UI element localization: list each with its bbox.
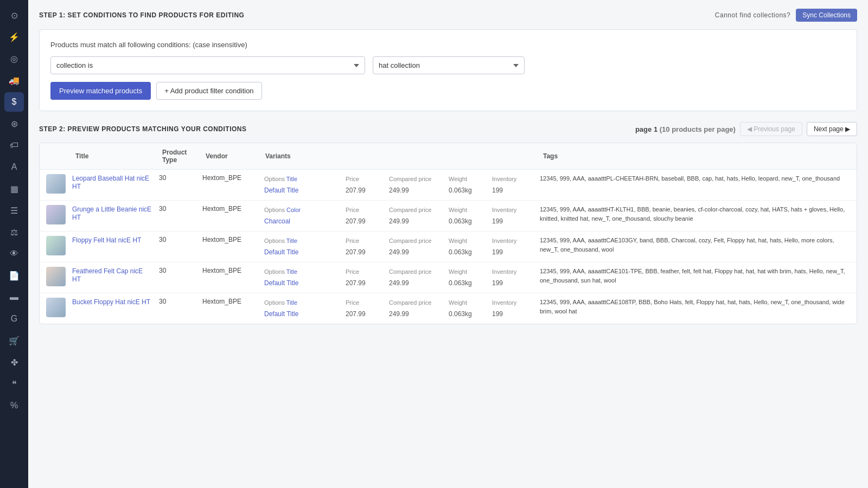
table-row: Feathered Felt Cap nicE HT 30 Hextom_BPE…: [40, 262, 857, 293]
product-title-cell: Bucket Floppy Hat nicE HT: [69, 293, 156, 324]
sidebar-icon-list[interactable]: ☰: [4, 201, 24, 220]
variant-price: 207.99: [343, 186, 387, 195]
weight-header: Weight: [446, 268, 490, 275]
product-tags-cell: 12345, 999, AAA, aaaatttCAE103GY, band, …: [537, 232, 857, 262]
sidebar-icon-grid[interactable]: ▦: [4, 179, 24, 198]
conditions-row: collection is hat collection: [50, 56, 846, 74]
sidebar-icon-label[interactable]: 🏷: [4, 136, 24, 155]
main-content: STEP 1: SET CONDITIONS TO FIND PRODUCTS …: [28, 0, 868, 488]
product-image: [46, 267, 66, 286]
compared-price-header: Compared price: [387, 299, 446, 306]
product-image-cell: [40, 232, 69, 262]
product-image-cell: [40, 262, 69, 293]
weight-header: Weight: [446, 206, 490, 214]
variant-header-row: Options Title Price Compared price Weigh…: [262, 298, 533, 309]
sidebar-icon-target[interactable]: ◎: [4, 49, 24, 68]
col-product-type: Product Type: [156, 143, 199, 170]
sync-collections-button[interactable]: Sync Collections: [796, 9, 857, 22]
sidebar-icon-doc[interactable]: 📄: [4, 266, 24, 285]
sidebar-icon-lightning[interactable]: ⚡: [4, 27, 24, 47]
product-title-link[interactable]: Leopard Baseball Hat nicE HT: [72, 175, 149, 190]
options-label: Options: [264, 237, 286, 244]
sidebar-icon-wheel[interactable]: ✤: [4, 352, 24, 372]
default-title-link[interactable]: Default Title: [264, 310, 298, 318]
sidebar-icon-font[interactable]: A: [4, 157, 24, 177]
sidebar-icon-home[interactable]: ⊙: [4, 5, 24, 25]
price-header: Price: [343, 175, 387, 183]
default-title-link[interactable]: Default Title: [264, 187, 298, 194]
variant-options-header: Options Title: [262, 175, 343, 183]
compared-price-header: Compared price: [387, 206, 446, 214]
products-table: Title Product Type Vendor Variants Tags …: [39, 143, 857, 324]
next-page-button[interactable]: Next page ▶: [807, 122, 857, 136]
options-label: Options: [264, 207, 286, 213]
variant-options-header: Options Title: [262, 299, 343, 306]
product-vendor-cell: Hextom_BPE: [199, 170, 259, 201]
variant-weight: 0.063kg: [446, 248, 490, 256]
condition-value-select[interactable]: hat collection: [373, 56, 525, 74]
step1-header: STEP 1: SET CONDITIONS TO FIND PRODUCTS …: [39, 9, 857, 22]
inventory-header: Inventory: [490, 268, 533, 275]
variant-price: 207.99: [343, 248, 387, 256]
weight-header: Weight: [446, 175, 490, 183]
variant-compared-price: 249.99: [387, 310, 446, 318]
col-title: Title: [69, 143, 156, 170]
table-row: Grunge a Little Beanie nicE HT 30 Hextom…: [40, 201, 857, 232]
variant-data-row: Default Title 207.99 249.99 0.063kg 199: [262, 278, 533, 288]
product-variants-cell: Options Color Price Compared price Weigh…: [259, 201, 537, 232]
variant-data-row: Default Title 207.99 249.99 0.063kg 199: [262, 185, 533, 196]
variant-data-row: Default Title 207.99 249.99 0.063kg 199: [262, 309, 533, 319]
page-info: page 1 (10 products per page): [635, 125, 736, 133]
add-filter-button[interactable]: + Add product filter condition: [156, 82, 261, 100]
variant-options-header: Options Title: [262, 237, 343, 245]
options-value: Title: [286, 299, 297, 306]
product-tags-cell: 12345, 999, AAA, aaaatttCAE101-TPE, BBB,…: [537, 262, 857, 293]
product-image-cell: [40, 293, 69, 324]
product-title-link[interactable]: Floppy Felt Hat nicE HT: [72, 236, 141, 244]
table-row: Bucket Floppy Hat nicE HT 30 Hextom_BPE …: [40, 293, 857, 324]
default-title-link[interactable]: Charcoal: [264, 217, 290, 225]
variant-weight: 0.063kg: [446, 217, 490, 226]
sidebar-icon-percent[interactable]: %: [4, 396, 24, 415]
sidebar-icon-dollar[interactable]: $: [4, 92, 24, 112]
action-row: Preview matched products + Add product f…: [50, 82, 846, 100]
conditions-label: Products must match all following condit…: [50, 41, 846, 49]
sidebar-icon-eye[interactable]: 👁: [4, 244, 24, 264]
product-title-link[interactable]: Grunge a Little Beanie nicE HT: [72, 206, 151, 221]
variant-inventory: 199: [490, 248, 533, 256]
sidebar-icon-barcode[interactable]: ▬: [4, 287, 24, 307]
product-image-cell: [40, 201, 69, 232]
sidebar-icon-quote[interactable]: ❝: [4, 374, 24, 394]
variant-options-header: Options Color: [262, 206, 343, 214]
product-image: [46, 298, 66, 317]
variant-compared-price: 249.99: [387, 248, 446, 256]
sidebar-icon-cart[interactable]: 🛒: [4, 331, 24, 350]
preview-button[interactable]: Preview matched products: [50, 82, 151, 100]
product-variants-cell: Options Title Price Compared price Weigh…: [259, 232, 537, 262]
table-row: Floppy Felt Hat nicE HT 30 Hextom_BPE Op…: [40, 232, 857, 262]
col-variants: Variants: [259, 143, 537, 170]
sidebar-icon-truck[interactable]: 🚚: [4, 70, 24, 90]
product-title-link[interactable]: Bucket Floppy Hat nicE HT: [72, 298, 150, 306]
per-page-label: (10 products per page): [660, 125, 736, 133]
prev-page-button[interactable]: ◀ Previous page: [740, 122, 802, 136]
default-title-link[interactable]: Default Title: [264, 248, 298, 256]
sidebar-icon-tag-sale[interactable]: ⊛: [4, 114, 24, 133]
product-tags-cell: 12345, 999, AAA, aaaatttHT-KLTH1, BBB, b…: [537, 201, 857, 232]
variant-inventory: 199: [490, 186, 533, 195]
variant-option-value: Default Title: [262, 310, 343, 318]
sidebar-icon-g[interactable]: G: [4, 309, 24, 329]
condition-type-select[interactable]: collection is: [50, 56, 365, 74]
default-title-link[interactable]: Default Title: [264, 279, 298, 287]
step2-header: STEP 2: PREVIEW PRODUCTS MATCHING YOUR C…: [39, 122, 857, 136]
product-tags-cell: 12345, 999, AAA, aaaatttCAE108TP, BBB, B…: [537, 293, 857, 324]
product-title-link[interactable]: Feathered Felt Cap nicE HT: [72, 267, 143, 283]
variant-header-row: Options Title Price Compared price Weigh…: [262, 236, 533, 247]
price-header: Price: [343, 206, 387, 214]
options-label: Options: [264, 268, 286, 275]
sidebar-icon-balance[interactable]: ⚖: [4, 222, 24, 242]
product-type-cell: 30: [156, 232, 199, 262]
col-vendor: Vendor: [199, 143, 259, 170]
options-label: Options: [264, 176, 286, 182]
product-vendor-cell: Hextom_BPE: [199, 262, 259, 293]
